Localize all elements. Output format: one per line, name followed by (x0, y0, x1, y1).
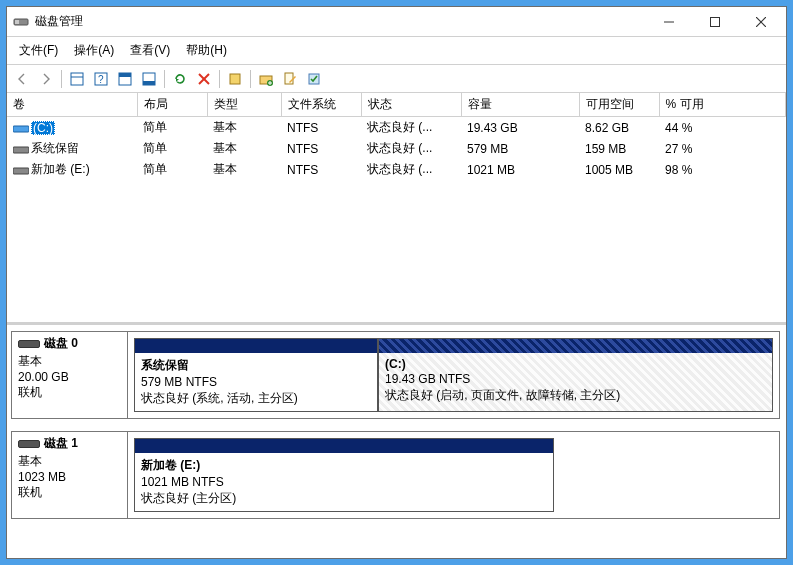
volume-cap: 1021 MB (461, 159, 579, 180)
menu-file[interactable]: 文件(F) (11, 39, 66, 62)
view-button-4[interactable] (138, 68, 160, 90)
col-free[interactable]: 可用空间 (579, 93, 659, 117)
action-button-2[interactable] (279, 68, 301, 90)
volume-name: 新加卷 (E:) (31, 162, 90, 176)
svg-rect-16 (230, 74, 240, 84)
action-button-3[interactable] (303, 68, 325, 90)
disk-label[interactable]: 磁盘 1 基本 1023 MB 联机 (12, 432, 128, 518)
list-top-icon (118, 72, 132, 86)
volume-fs: NTFS (281, 138, 361, 159)
disk-name-text: 磁盘 1 (44, 436, 78, 450)
titlebar: 磁盘管理 (7, 7, 786, 37)
refresh-icon (173, 72, 187, 86)
volume-pct: 27 % (659, 138, 786, 159)
svg-rect-23 (13, 126, 29, 132)
disk-status: 联机 (18, 384, 121, 401)
volume-type: 基本 (207, 159, 281, 180)
svg-rect-3 (711, 17, 720, 26)
refresh-button[interactable] (169, 68, 191, 90)
col-filesystem[interactable]: 文件系统 (281, 93, 361, 117)
maximize-button[interactable] (692, 8, 738, 36)
svg-rect-13 (143, 81, 155, 85)
col-type[interactable]: 类型 (207, 93, 281, 117)
volume-name: (C:) (31, 121, 55, 135)
col-pct[interactable]: % 可用 (659, 93, 786, 117)
partition[interactable]: 系统保留 579 MB NTFS 状态良好 (系统, 活动, 主分区) (134, 338, 378, 412)
volume-layout: 简单 (137, 138, 207, 159)
volume-row[interactable]: 系统保留 简单 基本 NTFS 状态良好 (... 579 MB 159 MB … (7, 138, 786, 159)
partition-status: 状态良好 (系统, 活动, 主分区) (141, 390, 371, 407)
disk-size: 20.00 GB (18, 370, 121, 384)
view-button-1[interactable] (66, 68, 88, 90)
svg-rect-25 (13, 168, 29, 174)
col-status[interactable]: 状态 (361, 93, 461, 117)
doc-check-icon (307, 72, 321, 86)
action-button-1[interactable] (255, 68, 277, 90)
app-icon (13, 14, 29, 30)
maximize-icon (710, 17, 720, 27)
help-icon: ? (94, 72, 108, 86)
list-bottom-icon (142, 72, 156, 86)
volume-fs: NTFS (281, 117, 361, 139)
volume-cap: 19.43 GB (461, 117, 579, 139)
close-button[interactable] (738, 8, 784, 36)
partition-size: 19.43 GB NTFS (385, 372, 766, 386)
folder-add-icon (259, 72, 273, 86)
partition-name: 新加卷 (E:) (141, 457, 547, 474)
volume-row[interactable]: (C:) 简单 基本 NTFS 状态良好 (... 19.43 GB 8.62 … (7, 117, 786, 139)
volume-list-pane[interactable]: 卷 布局 类型 文件系统 状态 容量 可用空间 % 可用 (C:) 简单 基本 … (7, 93, 786, 325)
arrow-right-icon (39, 72, 53, 86)
disk-icon (18, 340, 40, 348)
volume-status: 状态良好 (... (361, 159, 461, 180)
volume-layout: 简单 (137, 159, 207, 180)
window-title: 磁盘管理 (35, 13, 646, 30)
disk-icon (18, 440, 40, 448)
volume-name: 系统保留 (31, 141, 79, 155)
menu-help[interactable]: 帮助(H) (178, 39, 235, 62)
minimize-icon (664, 17, 674, 27)
svg-rect-1 (15, 20, 19, 24)
disk-status: 联机 (18, 484, 121, 501)
volume-free: 1005 MB (579, 159, 659, 180)
disk-type: 基本 (18, 353, 121, 370)
minimize-button[interactable] (646, 8, 692, 36)
view-button-3[interactable] (114, 68, 136, 90)
volume-status: 状态良好 (... (361, 138, 461, 159)
volume-pct: 98 % (659, 159, 786, 180)
delete-icon (197, 72, 211, 86)
partition-name: 系统保留 (141, 357, 371, 374)
volume-icon (13, 165, 29, 175)
disk-label[interactable]: 磁盘 0 基本 20.00 GB 联机 (12, 332, 128, 418)
menubar: 文件(F) 操作(A) 查看(V) 帮助(H) (7, 37, 786, 65)
view-button-2[interactable]: ? (90, 68, 112, 90)
disk-graphical-pane[interactable]: 磁盘 0 基本 20.00 GB 联机 系统保留 579 MB NTFS 状态良… (7, 325, 786, 558)
forward-button[interactable] (35, 68, 57, 90)
menu-action[interactable]: 操作(A) (66, 39, 122, 62)
disk-row: 磁盘 1 基本 1023 MB 联机 新加卷 (E:) 1021 MB NTFS… (11, 431, 780, 519)
toolbar-separator (219, 70, 220, 88)
disk-management-window: 磁盘管理 文件(F) 操作(A) 查看(V) 帮助(H) ? (6, 6, 787, 559)
svg-rect-11 (119, 73, 131, 77)
svg-rect-6 (71, 73, 83, 85)
volume-row[interactable]: 新加卷 (E:) 简单 基本 NTFS 状态良好 (... 1021 MB 10… (7, 159, 786, 180)
disk-partitions: 新加卷 (E:) 1021 MB NTFS 状态良好 (主分区) (128, 432, 779, 518)
volume-pct: 44 % (659, 117, 786, 139)
partition[interactable]: 新加卷 (E:) 1021 MB NTFS 状态良好 (主分区) (134, 438, 554, 512)
partition[interactable]: (C:) 19.43 GB NTFS 状态良好 (启动, 页面文件, 故障转储,… (378, 338, 773, 412)
volume-icon (13, 144, 29, 154)
col-layout[interactable]: 布局 (137, 93, 207, 117)
svg-rect-24 (13, 147, 29, 153)
back-button[interactable] (11, 68, 33, 90)
delete-button[interactable] (193, 68, 215, 90)
volume-type: 基本 (207, 117, 281, 139)
col-volume[interactable]: 卷 (7, 93, 137, 117)
volume-fs: NTFS (281, 159, 361, 180)
arrow-left-icon (15, 72, 29, 86)
disk-size: 1023 MB (18, 470, 121, 484)
doc-edit-icon (283, 72, 297, 86)
volume-table: 卷 布局 类型 文件系统 状态 容量 可用空间 % 可用 (C:) 简单 基本 … (7, 93, 786, 180)
disk-row: 磁盘 0 基本 20.00 GB 联机 系统保留 579 MB NTFS 状态良… (11, 331, 780, 419)
col-capacity[interactable]: 容量 (461, 93, 579, 117)
menu-view[interactable]: 查看(V) (122, 39, 178, 62)
properties-button[interactable] (224, 68, 246, 90)
